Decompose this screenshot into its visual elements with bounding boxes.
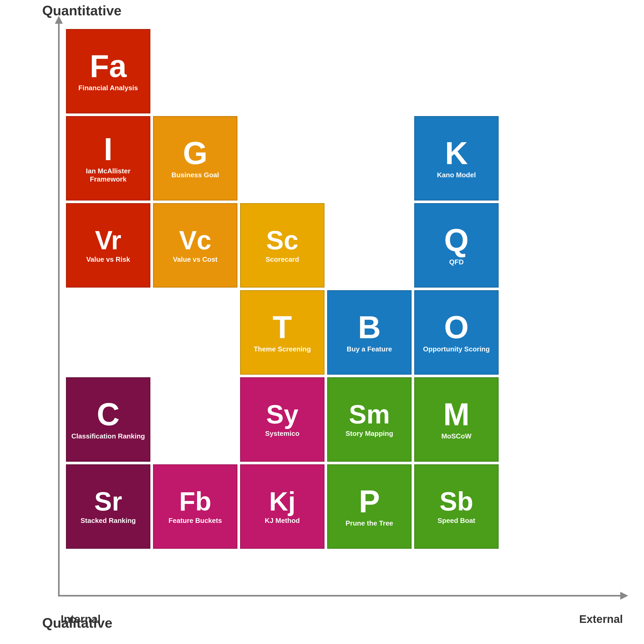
card-abbr-sb: Sb [440,488,473,514]
chart-area: Quantitative Qualitative Internal Extern… [32,21,623,597]
card-abbr-o: O [444,311,469,343]
card-abbr-fb: Fb [179,488,211,514]
card-sm[interactable]: SmStory Mapping [327,377,412,462]
label-internal: Internal [61,613,101,626]
card-vc[interactable]: VcValue vs Cost [153,203,237,288]
card-abbr-q: Q [444,224,469,256]
card-name-fb: Feature Buckets [165,517,225,525]
card-o[interactable]: OOpportunity Scoring [414,290,499,375]
cards-container: FaFinancial AnalysisIIan McAllister Fram… [66,29,623,586]
label-quantitative: Quantitative [42,3,122,18]
card-fa[interactable]: FaFinancial Analysis [66,29,150,113]
card-fb[interactable]: FbFeature Buckets [153,464,237,549]
card-kj[interactable]: KjKJ Method [240,464,325,549]
card-abbr-sc: Sc [266,227,298,253]
card-name-sy: Systemico [262,430,303,438]
card-t[interactable]: TTheme Screening [240,290,325,375]
card-abbr-k: K [445,137,468,169]
card-p[interactable]: PPrune the Tree [327,464,412,549]
card-name-sb: Speed Boat [434,517,478,525]
card-sb[interactable]: SbSpeed Boat [414,464,499,549]
card-name-vc: Value vs Cost [170,255,221,264]
card-abbr-b: B [358,311,381,343]
card-sy[interactable]: SySystemico [240,377,325,462]
card-name-t: Theme Screening [251,345,314,353]
card-m[interactable]: MMoSCoW [414,377,499,462]
card-name-p: Prune the Tree [342,519,397,527]
card-name-fa: Financial Analysis [75,84,141,92]
card-name-g: Business Goal [168,171,222,179]
card-abbr-g: G [183,137,207,169]
card-abbr-p: P [359,485,380,517]
card-name-kj: KJ Method [262,517,303,525]
card-sr[interactable]: SrStacked Ranking [66,464,150,549]
card-name-q: QFD [446,258,467,266]
card-abbr-i: I [104,133,112,165]
card-abbr-sy: Sy [266,401,298,427]
card-abbr-fa: Fa [90,50,127,82]
card-abbr-vc: Vc [179,227,211,253]
card-sc[interactable]: ScScorecard [240,203,325,288]
card-name-i: Ian McAllister Framework [67,167,150,183]
y-axis [58,21,60,597]
card-q[interactable]: QQFD [414,203,499,288]
card-name-c: Classification Ranking [68,432,148,440]
card-k[interactable]: KKano Model [414,116,499,201]
label-external: External [579,613,623,626]
card-abbr-vr: Vr [95,227,121,253]
card-abbr-kj: Kj [269,488,295,514]
card-g[interactable]: GBusiness Goal [153,116,237,201]
card-name-m: MoSCoW [438,432,475,440]
card-abbr-sr: Sr [94,488,122,514]
card-abbr-m: M [443,398,470,430]
card-name-b: Buy a Feature [344,345,395,353]
card-name-sc: Scorecard [262,255,302,264]
card-abbr-t: T [273,311,292,343]
card-name-o: Opportunity Scoring [420,345,493,353]
card-i[interactable]: IIan McAllister Framework [66,116,150,201]
card-name-k: Kano Model [434,171,479,179]
card-vr[interactable]: VrValue vs Risk [66,203,150,288]
card-abbr-sm: Sm [349,401,390,427]
card-name-vr: Value vs Risk [83,255,133,264]
card-abbr-c: C [97,398,120,430]
card-c[interactable]: CClassification Ranking [66,377,150,462]
x-axis [58,595,623,597]
card-b[interactable]: BBuy a Feature [327,290,412,375]
card-name-sr: Stacked Ranking [77,517,139,525]
card-name-sm: Story Mapping [342,430,397,438]
